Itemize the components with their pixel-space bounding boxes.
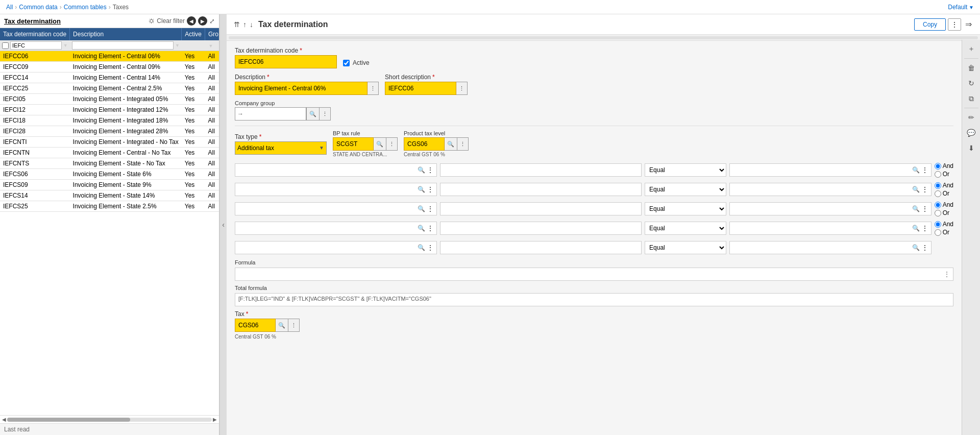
scroll-left-arrow[interactable]: ◀	[1, 417, 7, 422]
table-row[interactable]: IEFCS09 Invoicing Element - State 9% Yes…	[0, 180, 219, 190]
table-row[interactable]: IEFCI28 Invoicing Element - Integrated 2…	[0, 126, 219, 137]
nav-next-btn[interactable]: ▶	[198, 16, 207, 26]
radio-and-input-1[interactable]	[935, 163, 941, 170]
default-dropdown[interactable]: Default	[948, 4, 974, 11]
cond-dots-5c[interactable]: ⋮	[921, 244, 929, 251]
radio-or-1[interactable]: Or	[935, 171, 953, 178]
tax-type-dropdown[interactable]: Additional tax ▼	[235, 141, 327, 155]
condition-input-5a[interactable]	[237, 244, 416, 251]
cond-search-5c[interactable]: 🔍	[911, 244, 921, 251]
radio-or-3[interactable]: Or	[935, 209, 953, 216]
condition-input-3b[interactable]	[443, 205, 640, 212]
cond-dots-4c[interactable]: ⋮	[921, 225, 929, 232]
radio-or-input-4[interactable]	[935, 229, 941, 236]
horizontal-scrollbar[interactable]: ◀ ▶	[0, 415, 219, 423]
company-group-search-btn[interactable]: 🔍	[306, 107, 320, 120]
table-row[interactable]: IEFCS06 Invoicing Element - State 6% Yes…	[0, 169, 219, 180]
formula-input[interactable]	[237, 271, 943, 278]
edit-icon-btn[interactable]: ✏	[964, 110, 978, 125]
cond-dots-2c[interactable]: ⋮	[921, 186, 929, 193]
table-row[interactable]: IEFCNTN Invoicing Element - Central - No…	[0, 148, 219, 158]
cond-search-5a[interactable]: 🔍	[416, 244, 426, 251]
condition-input-5c[interactable]	[732, 244, 911, 251]
nav-top-arrow[interactable]: ⇈	[233, 19, 241, 30]
nav-up-arrow[interactable]: ↑	[242, 19, 248, 30]
desc-filter-input[interactable]	[72, 41, 174, 50]
add-icon-btn[interactable]: ＋	[964, 42, 978, 56]
radio-or-4[interactable]: Or	[935, 229, 953, 236]
tax-action-btn[interactable]: ⋮	[288, 319, 300, 332]
condition-input-4a[interactable]	[237, 225, 416, 232]
condition-input-4c[interactable]	[732, 225, 911, 232]
breadcrumb-all[interactable]: All	[6, 4, 13, 11]
cond-dots-3c[interactable]: ⋮	[921, 205, 929, 212]
table-row[interactable]: IEFCC09 Invoicing Element - Central 09% …	[0, 62, 219, 72]
condition-input-2a[interactable]	[237, 186, 416, 193]
condition-input-3c[interactable]	[732, 205, 911, 212]
condition-input-2b[interactable]	[443, 186, 640, 193]
condition-input-5b[interactable]	[443, 244, 640, 251]
condition-operator-3[interactable]: Equal Not equal	[645, 202, 726, 215]
table-row[interactable]: IEFCI18 Invoicing Element - Integrated 1…	[0, 115, 219, 126]
collapse-panel-btn[interactable]: ‹	[219, 14, 227, 435]
table-row[interactable]: IEFCI05 Invoicing Element - Integrated 0…	[0, 94, 219, 105]
cond-search-1c[interactable]: 🔍	[911, 166, 921, 174]
bp-tax-search-btn[interactable]: 🔍	[374, 137, 386, 151]
table-row[interactable]: IEFCNTI Invoicing Element - Integrated -…	[0, 137, 219, 148]
radio-and-input-3[interactable]	[935, 202, 941, 208]
cond-search-2c[interactable]: 🔍	[911, 186, 921, 193]
download-icon-btn[interactable]: ⬇	[964, 141, 978, 155]
tax-input[interactable]	[235, 319, 276, 332]
right-content-wrapper[interactable]: Tax determination code * Active Descript…	[227, 41, 980, 435]
radio-and-1[interactable]: And	[935, 162, 953, 170]
top-scroll-indicator[interactable]	[227, 35, 980, 41]
description-input[interactable]	[235, 82, 368, 95]
cond-search-3c[interactable]: 🔍	[911, 205, 921, 212]
cond-dots-3a[interactable]: ⋮	[426, 205, 434, 212]
company-group-value[interactable]: →	[235, 107, 306, 120]
chat-icon-btn[interactable]: 💬	[964, 126, 978, 140]
radio-and-input-2[interactable]	[935, 182, 941, 189]
tax-code-input[interactable]	[235, 55, 337, 68]
condition-input-1c[interactable]	[732, 166, 911, 174]
cond-dots-1c[interactable]: ⋮	[921, 166, 929, 174]
radio-and-2[interactable]: And	[935, 182, 953, 189]
active-checkbox[interactable]	[343, 60, 350, 66]
cond-search-3a[interactable]: 🔍	[416, 205, 426, 212]
refresh-icon-btn[interactable]: ↻	[964, 76, 978, 90]
table-row[interactable]: IEFCC14 Invoicing Element - Central 14% …	[0, 72, 219, 83]
product-tax-level-input[interactable]	[404, 137, 445, 151]
condition-operator-5[interactable]: Equal Not equal	[645, 241, 726, 254]
condition-operator-2[interactable]: Equal Not equal	[645, 183, 726, 196]
formula-dots-icon[interactable]: ⋮	[943, 271, 951, 278]
cond-dots-2a[interactable]: ⋮	[426, 186, 434, 193]
exit-button[interactable]: ⇒	[963, 17, 974, 31]
breadcrumb-common-data[interactable]: Common data	[19, 4, 57, 11]
table-row[interactable]: IEFCS14 Invoicing Element - State 14% Ye…	[0, 190, 219, 201]
condition-operator-4[interactable]: Equal Not equal	[645, 222, 726, 235]
nav-down-arrow[interactable]: ↓	[249, 19, 254, 30]
cond-dots-1a[interactable]: ⋮	[426, 166, 434, 174]
table-scroll[interactable]: Tax determination code Description Activ…	[0, 28, 219, 415]
scroll-right-arrow[interactable]: ▶	[212, 417, 218, 422]
more-options-button[interactable]: ⋮	[948, 18, 961, 31]
radio-or-input-1[interactable]	[935, 171, 941, 178]
radio-and-4[interactable]: And	[935, 221, 953, 228]
clear-filter-btn[interactable]: ⛭ Clear filter	[148, 17, 185, 25]
table-row[interactable]: IEFCC06 Invoicing Element - Central 06% …	[0, 51, 219, 62]
cond-search-4a[interactable]: 🔍	[416, 225, 426, 232]
cond-search-1a[interactable]: 🔍	[416, 166, 426, 174]
cond-dots-4a[interactable]: ⋮	[426, 225, 434, 232]
code-filter-input[interactable]	[10, 41, 62, 50]
table-row[interactable]: IEFCS25 Invoicing Element - State 2.5% Y…	[0, 201, 219, 212]
table-row[interactable]: IEFCI12 Invoicing Element - Integrated 1…	[0, 105, 219, 115]
radio-or-input-3[interactable]	[935, 210, 941, 216]
description-action-btn[interactable]: ⋮	[368, 82, 379, 95]
product-tax-search-btn[interactable]: 🔍	[445, 137, 457, 151]
company-group-action-btn[interactable]: ⋮	[320, 107, 331, 120]
product-tax-action-btn[interactable]: ⋮	[457, 137, 469, 151]
short-desc-input[interactable]	[385, 82, 456, 95]
condition-input-3a[interactable]	[237, 205, 416, 212]
condition-input-2c[interactable]	[732, 186, 911, 193]
table-row[interactable]: IEFCNTS Invoicing Element - State - No T…	[0, 158, 219, 169]
